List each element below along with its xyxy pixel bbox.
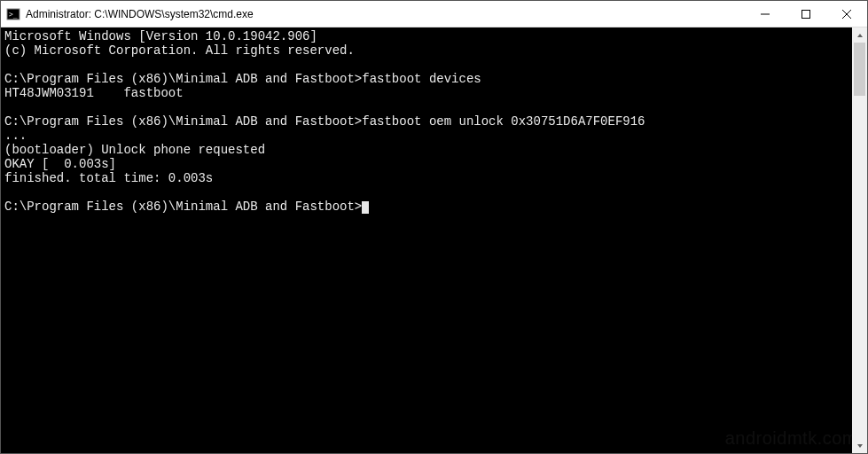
- vertical-scrollbar[interactable]: [852, 27, 867, 453]
- minimize-button[interactable]: [745, 1, 786, 27]
- svg-rect-2: [802, 10, 810, 18]
- svg-text:>_: >_: [9, 11, 18, 19]
- scroll-thumb[interactable]: [854, 43, 865, 96]
- console-output[interactable]: Microsoft Windows [Version 10.0.19042.90…: [1, 27, 852, 453]
- close-button[interactable]: [826, 1, 867, 27]
- text-cursor: [362, 201, 369, 214]
- maximize-button[interactable]: [786, 1, 826, 27]
- current-prompt: C:\Program Files (x86)\Minimal ADB and F…: [4, 200, 362, 214]
- cmd-icon: >_: [6, 7, 20, 21]
- scroll-down-button[interactable]: [852, 438, 867, 453]
- titlebar[interactable]: >_ Administrator: C:\WINDOWS\system32\cm…: [1, 1, 867, 27]
- scroll-track[interactable]: [852, 43, 867, 438]
- window-title: Administrator: C:\WINDOWS\system32\cmd.e…: [26, 8, 254, 20]
- console-body: Microsoft Windows [Version 10.0.19042.90…: [1, 27, 867, 453]
- scroll-up-button[interactable]: [852, 27, 867, 43]
- window-controls: [745, 1, 867, 27]
- cmd-window: >_ Administrator: C:\WINDOWS\system32\cm…: [0, 0, 868, 454]
